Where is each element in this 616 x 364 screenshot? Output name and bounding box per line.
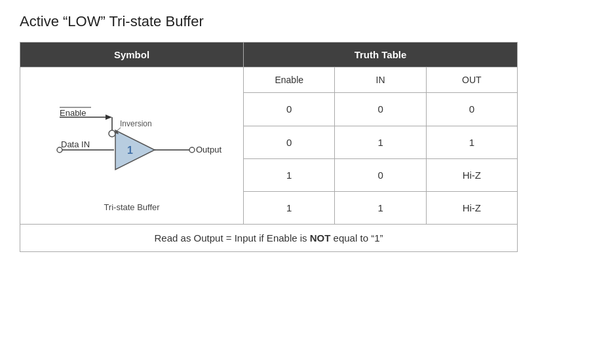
svg-point-5 xyxy=(109,130,115,137)
out-val-1: 1 xyxy=(426,126,517,158)
main-table: Symbol Truth Table Enable xyxy=(20,42,518,252)
symbol-container: Enable 1 xyxy=(33,73,230,219)
circuit-diagram: Enable 1 xyxy=(40,86,223,197)
page-title: Active “LOW” Tri-state Buffer xyxy=(20,13,596,30)
footer-row: Read as Output = Input if Enable is NOT … xyxy=(20,225,518,252)
symbol-diagram-label: Tri-state Buffer xyxy=(104,202,159,212)
svg-text:Data IN: Data IN xyxy=(61,139,90,149)
subheader-row: Enable 1 xyxy=(20,67,518,93)
subheader-enable: Enable xyxy=(244,67,335,93)
symbol-header: Symbol xyxy=(20,43,244,67)
svg-point-12 xyxy=(189,147,195,153)
in-val-0: 0 xyxy=(335,93,426,126)
footer-cell: Read as Output = Input if Enable is NOT … xyxy=(20,225,518,252)
in-val-1: 1 xyxy=(335,126,426,158)
footer-text2: equal to “1” xyxy=(330,232,383,244)
svg-text:Inversion: Inversion xyxy=(120,119,152,128)
enable-val-1: 0 xyxy=(244,126,335,158)
symbol-cell: Enable 1 xyxy=(20,67,244,225)
out-val-0: 0 xyxy=(426,93,517,126)
out-val-2: Hi-Z xyxy=(426,158,517,191)
enable-val-3: 1 xyxy=(244,191,335,224)
footer-bold: NOT xyxy=(310,232,331,244)
subheader-out: OUT xyxy=(426,67,517,93)
header-row: Symbol Truth Table xyxy=(20,43,518,67)
enable-val-0: 0 xyxy=(244,93,335,126)
in-val-2: 0 xyxy=(335,158,426,191)
svg-text:Enable: Enable xyxy=(60,108,86,118)
in-val-3: 1 xyxy=(335,191,426,224)
svg-text:1: 1 xyxy=(127,145,133,156)
truth-table-header: Truth Table xyxy=(244,43,518,67)
subheader-in: IN xyxy=(335,67,426,93)
enable-val-2: 1 xyxy=(244,158,335,191)
footer-text: Read as Output = Input if Enable is xyxy=(155,232,310,244)
svg-marker-1 xyxy=(106,115,112,120)
svg-text:Output: Output xyxy=(196,145,221,155)
svg-marker-6 xyxy=(115,130,155,170)
out-val-3: Hi-Z xyxy=(426,191,517,224)
